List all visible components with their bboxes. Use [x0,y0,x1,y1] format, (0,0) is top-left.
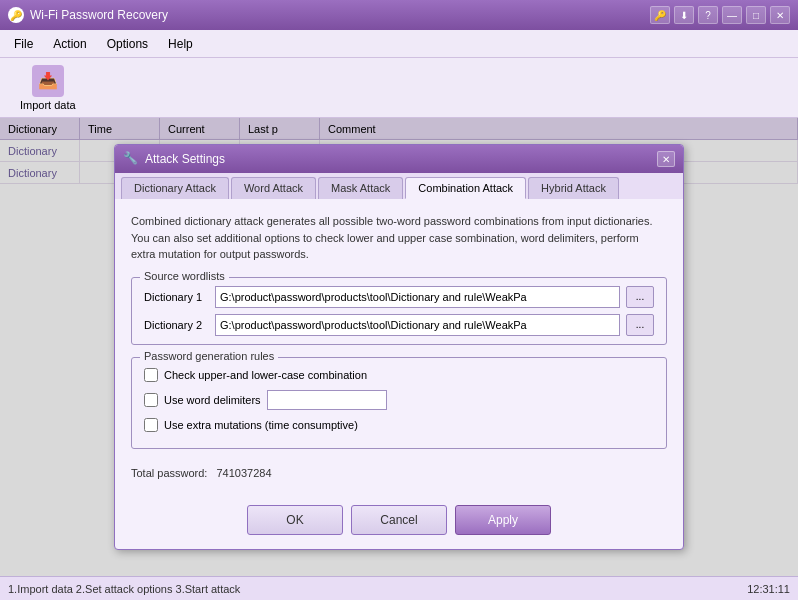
check2-row: Use word delimiters [144,390,654,410]
menu-bar: File Action Options Help [0,30,798,58]
total-password-label: Total password: [131,467,207,479]
total-password-row: Total password: 741037284 [131,461,667,483]
apply-button[interactable]: Apply [455,505,551,535]
check1-label: Check upper-and lower-case combination [164,369,367,381]
dialog-title: Attack Settings [145,152,657,166]
dict2-browse-button[interactable]: ... [626,314,654,336]
tab-combination-attack[interactable]: Combination Attack [405,177,526,199]
attack-settings-dialog: 🔧 Attack Settings ✕ Dictionary Attack Wo… [114,144,684,550]
tabs-container: Dictionary Attack Word Attack Mask Attac… [115,173,683,199]
check3-row: Use extra mutations (time consumptive) [144,418,654,432]
import-icon: 📥 [32,65,64,97]
check1-row: Check upper-and lower-case combination [144,368,654,382]
dict1-browse-button[interactable]: ... [626,286,654,308]
dict2-label: Dictionary 2 [144,319,209,331]
total-password-value: 741037284 [217,467,272,479]
dict1-row: Dictionary 1 ... [144,286,654,308]
menu-action[interactable]: Action [43,33,96,55]
menu-help[interactable]: Help [158,33,203,55]
download-btn[interactable]: ⬇ [674,6,694,24]
main-window: 🔑 Wi-Fi Password Recovery 🔑 ⬇ ? — □ ✕ Fi… [0,0,798,600]
title-bar: 🔑 Wi-Fi Password Recovery 🔑 ⬇ ? — □ ✕ [0,0,798,30]
tab-word-attack[interactable]: Word Attack [231,177,316,199]
maximize-button[interactable]: □ [746,6,766,24]
dict2-input[interactable] [215,314,620,336]
dialog-buttons: OK Cancel Apply [115,497,683,549]
check-mutations-checkbox[interactable] [144,418,158,432]
main-content: Dictionary Time Current Last p Comment D… [0,118,798,576]
tab-hybrid-attack[interactable]: Hybrid Attack [528,177,619,199]
title-controls: 🔑 ⬇ ? — □ ✕ [650,6,790,24]
dialog-body: Combined dictionary attack generates all… [115,199,683,497]
menu-file[interactable]: File [4,33,43,55]
import-data-button[interactable]: 📥 Import data [8,61,88,115]
tab-mask-attack[interactable]: Mask Attack [318,177,403,199]
key-icon-btn[interactable]: 🔑 [650,6,670,24]
status-steps: 1.Import data 2.Set attack options 3.Sta… [8,583,240,595]
dialog-icon: 🔧 [123,151,139,167]
import-label: Import data [20,99,76,111]
window-title: Wi-Fi Password Recovery [30,8,650,22]
dict1-input[interactable] [215,286,620,308]
check-delimiter-checkbox[interactable] [144,393,158,407]
ok-button[interactable]: OK [247,505,343,535]
status-bar: 1.Import data 2.Set attack options 3.Sta… [0,576,798,600]
status-time: 12:31:11 [747,583,790,595]
menu-options[interactable]: Options [97,33,158,55]
close-button[interactable]: ✕ [770,6,790,24]
dialog-title-bar: 🔧 Attack Settings ✕ [115,145,683,173]
help-btn[interactable]: ? [698,6,718,24]
check-uppercase-checkbox[interactable] [144,368,158,382]
cancel-button[interactable]: Cancel [351,505,447,535]
delimiter-input[interactable] [267,390,387,410]
tab-dictionary-attack[interactable]: Dictionary Attack [121,177,229,199]
check3-label: Use extra mutations (time consumptive) [164,419,358,431]
description-text: Combined dictionary attack generates all… [131,213,667,263]
password-rules-title: Password generation rules [140,350,278,362]
toolbar: 📥 Import data [0,58,798,118]
source-wordlists-title: Source wordlists [140,270,229,282]
minimize-button[interactable]: — [722,6,742,24]
dict1-label: Dictionary 1 [144,291,209,303]
dialog-overlay: 🔧 Attack Settings ✕ Dictionary Attack Wo… [0,118,798,576]
source-wordlists-group: Source wordlists Dictionary 1 ... Dictio… [131,277,667,345]
check2-label: Use word delimiters [164,394,261,406]
app-icon: 🔑 [8,7,24,23]
dict2-row: Dictionary 2 ... [144,314,654,336]
dialog-close-button[interactable]: ✕ [657,151,675,167]
password-rules-group: Password generation rules Check upper-an… [131,357,667,449]
